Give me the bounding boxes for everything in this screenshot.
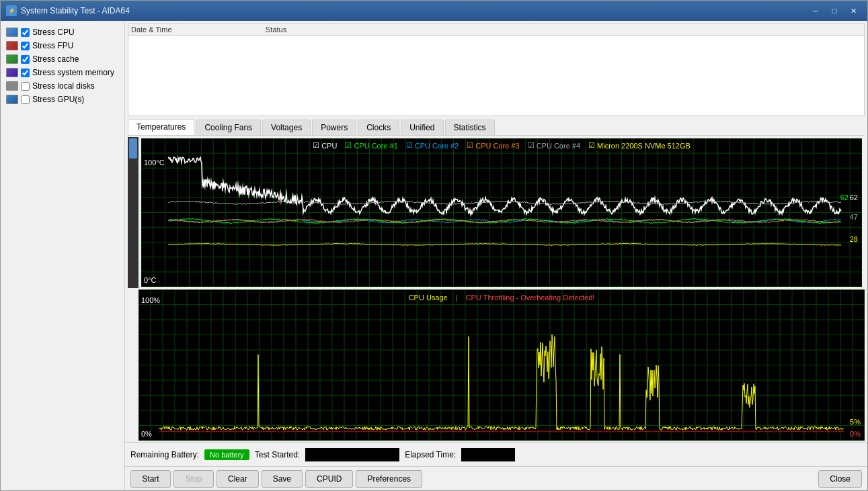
battery-label: Remaining Battery: [130,450,199,459]
cpu-value-5: 5% [850,418,861,426]
tab-temperatures[interactable]: Temperatures [128,119,194,135]
legend-core4: ☑ CPU Core #4 [528,141,580,150]
legend-cpu-label: CPU [321,142,337,150]
stress-local-checkbox[interactable] [21,82,30,91]
legend-core3: ☑ CPU Core #3 [467,141,519,150]
mem-icon [6,68,18,77]
elapsed-label: Elapsed Time: [405,450,456,459]
cpuid-button[interactable]: CPUID [305,470,353,488]
tab-voltages[interactable]: Voltages [262,120,311,135]
legend-core3-label: CPU Core #3 [475,142,519,150]
stress-gpu-checkbox[interactable] [21,95,30,104]
window-controls: ─ □ ✕ [807,4,862,17]
preferences-button[interactable]: Preferences [356,470,422,488]
legend-core4-label: CPU Core #4 [537,142,580,150]
legend-nvme: ☑ Micron 2200S NVMe 512GB [588,141,691,150]
content-area: Stress CPU Stress FPU Stress cache Stres… [1,21,867,490]
stress-fpu-item: Stress FPU [3,40,122,52]
clear-button[interactable]: Clear [216,470,259,488]
log-header: Date & Time Status [128,24,864,36]
temp-value-62b: 62 [850,193,858,202]
fpu-icon [6,41,18,50]
stress-local-label: Stress local disks [32,81,95,91]
legend-cpu: ☑ CPU [313,141,337,150]
battery-value: No battery [204,449,249,460]
tab-unified[interactable]: Unified [401,120,443,135]
start-button[interactable]: Start [130,470,171,488]
cpu-chart-canvas [139,289,865,441]
temp-chart-canvas [141,138,862,287]
stop-button[interactable]: Stop [173,470,214,488]
title-bar: ⚡ System Stability Test - AIDA64 ─ □ ✕ [1,1,867,21]
temp-chart: ☑ CPU ☑ CPU Core #1 ☑ CPU Core #2 [141,138,862,287]
cpu-y-min: 0% [141,430,152,438]
log-area: Date & Time Status [128,24,865,116]
close-button[interactable]: Close [818,470,862,488]
stress-fpu-label: Stress FPU [32,41,73,50]
tab-powers[interactable]: Powers [312,120,356,135]
legend-core1-label: CPU Core #1 [354,142,397,150]
button-bar: Start Stop Clear Save CPUID Preferences … [125,466,867,490]
main-window: ⚡ System Stability Test - AIDA64 ─ □ ✕ S… [0,0,868,491]
tab-cooling[interactable]: Cooling Fans [196,120,261,135]
stress-memory-checkbox[interactable] [21,69,30,77]
close-window-button[interactable]: ✕ [844,4,862,17]
tab-clocks[interactable]: Clocks [358,120,399,135]
stress-cpu-item: Stress CPU [3,26,122,38]
stress-cpu-checkbox[interactable] [21,28,30,37]
minimize-button[interactable]: ─ [807,4,824,17]
tab-statistics[interactable]: Statistics [445,120,495,135]
save-button[interactable]: Save [262,470,303,488]
stress-gpu-label: Stress GPU(s) [32,95,84,104]
stress-cpu-label: Stress CPU [32,28,75,37]
temp-y-max: 100°C [144,159,165,167]
temp-value-62a: 62 [840,193,849,202]
temp-chart-legend: ☑ CPU ☑ CPU Core #1 ☑ CPU Core #2 [313,141,691,150]
cpu-icon [6,28,18,37]
tabs-bar: Temperatures Cooling Fans Voltages Power… [128,119,865,136]
right-panel: Date & Time Status Temperatures Cooling … [125,21,867,490]
stress-cache-item: Stress cache [3,53,122,65]
app-icon: ⚡ [6,5,17,16]
temp-value-28: 28 [850,235,858,243]
stress-gpu-item: Stress GPU(s) [3,93,122,105]
maximize-button[interactable]: □ [826,4,843,17]
log-status-col: Status [266,26,286,34]
cache-icon [6,54,18,64]
legend-core2-label: CPU Core #2 [415,142,459,150]
disk-icon [6,81,18,91]
cpu-chart-legend: CPU Usage | CPU Throttling - Overheating… [409,294,595,302]
stress-cache-checkbox[interactable] [21,55,30,64]
temp-scrollbar[interactable] [128,137,139,288]
stress-memory-label: Stress system memory [32,68,114,77]
left-panel: Stress CPU Stress FPU Stress cache Stres… [1,21,125,490]
stress-memory-item: Stress system memory [3,66,122,79]
gpu-icon [6,95,18,104]
cpu-y-max: 100% [141,296,160,304]
window-title: System Stability Test - AIDA64 [21,6,807,15]
status-bar: Remaining Battery: No battery Test Start… [125,442,867,466]
cpu-chart: CPU Usage | CPU Throttling - Overheating… [139,289,865,441]
stress-fpu-checkbox[interactable] [21,42,30,50]
legend-core1: ☑ CPU Core #1 [345,141,397,150]
log-date-col: Date & Time [131,26,266,34]
cpu-usage-label: CPU Usage [409,294,448,302]
cpu-value-0: 0% [850,430,861,438]
temp-chart-wrapper: ☑ CPU ☑ CPU Core #1 ☑ CPU Core #2 [128,137,865,288]
elapsed-value [461,448,515,461]
cpu-throttle-label: CPU Throttling - Overheating Detected! [466,294,595,302]
legend-core2: ☑ CPU Core #2 [406,141,459,150]
stress-local-item: Stress local disks [3,80,122,92]
test-started-label: Test Started: [255,450,300,459]
temp-y-min: 0°C [144,276,156,284]
legend-nvme-label: Micron 2200S NVMe 512GB [597,142,691,150]
test-started-value [305,448,399,461]
charts-area: ☑ CPU ☑ CPU Core #1 ☑ CPU Core #2 [125,136,867,442]
stress-cache-label: Stress cache [32,54,79,64]
temp-value-47: 47 [850,213,858,221]
